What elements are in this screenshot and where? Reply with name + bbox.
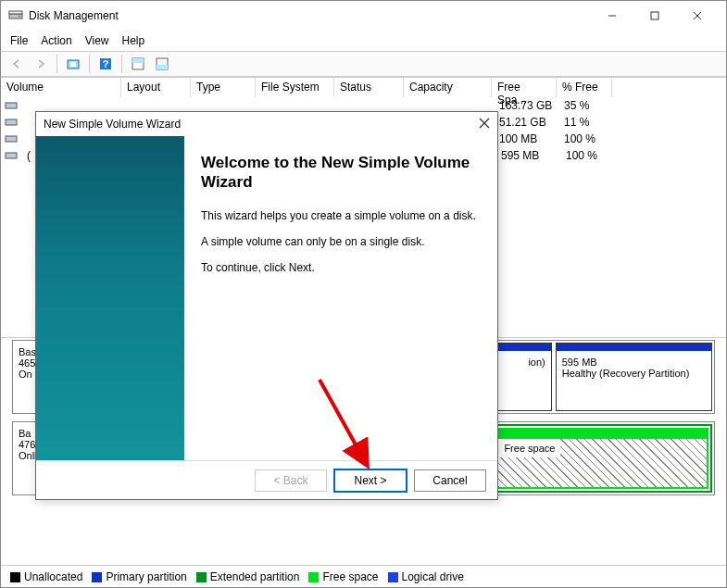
wizard-text-1: This wizard helps you create a simple vo… xyxy=(201,209,481,222)
col-volume[interactable]: Volume xyxy=(1,78,121,97)
menu-action[interactable]: Action xyxy=(41,34,71,47)
wizard-cancel-button[interactable]: Cancel xyxy=(414,469,486,492)
wizard-side-banner xyxy=(36,136,184,460)
toolbar-separator xyxy=(121,55,122,73)
legend-freespace: Free space xyxy=(308,570,378,583)
svg-rect-4 xyxy=(651,12,658,19)
col-pctfree[interactable]: % Free xyxy=(557,78,612,97)
drive-icon xyxy=(5,116,18,129)
svg-rect-12 xyxy=(132,58,144,63)
titlebar: Disk Management xyxy=(1,1,726,31)
col-status[interactable]: Status xyxy=(334,78,404,97)
app-icon xyxy=(8,8,23,23)
wizard-title: New Simple Volume Wizard xyxy=(44,118,479,131)
col-filesystem[interactable]: File System xyxy=(256,78,334,97)
volume-table-header: Volume Layout Type File System Status Ca… xyxy=(1,77,726,97)
toolbar-separator xyxy=(89,55,90,73)
view-top-button[interactable] xyxy=(128,54,148,74)
vol-free: 51.21 GB xyxy=(494,116,558,129)
close-button[interactable] xyxy=(676,2,719,30)
vol-free: 595 MB xyxy=(495,149,560,162)
vol-free: 163.73 GB xyxy=(494,99,558,112)
vol-pct: 100 % xyxy=(560,149,616,162)
forward-button[interactable] xyxy=(31,54,51,74)
toolbar-separator xyxy=(56,55,57,73)
wizard-close-button[interactable] xyxy=(479,118,490,131)
wizard-body: Welcome to the New Simple Volume Wizard … xyxy=(36,136,497,460)
new-simple-volume-wizard: New Simple Volume Wizard Welcome to the … xyxy=(35,111,498,500)
wizard-heading: Welcome to the New Simple Volume Wizard xyxy=(201,153,481,193)
annotation-arrow xyxy=(310,370,394,482)
drive-icon xyxy=(5,149,18,162)
menu-help[interactable]: Help xyxy=(122,34,145,47)
col-layout[interactable]: Layout xyxy=(121,78,191,97)
svg-rect-14 xyxy=(157,65,168,69)
refresh-button[interactable] xyxy=(63,54,83,74)
svg-rect-16 xyxy=(6,119,17,125)
drive-icon xyxy=(5,99,18,112)
svg-line-21 xyxy=(320,380,366,463)
svg-rect-15 xyxy=(6,103,17,108)
legend-extended: Extended partition xyxy=(196,570,300,583)
vol-free: 100 MB xyxy=(494,132,558,145)
free-space-region[interactable]: Free space xyxy=(496,428,708,489)
partition-header-freespace xyxy=(498,430,707,439)
wizard-titlebar: New Simple Volume Wizard xyxy=(36,112,497,136)
legend-logical: Logical drive xyxy=(388,570,464,583)
toolbar: ? xyxy=(1,51,726,77)
wizard-button-row: < Back Next > Cancel xyxy=(36,460,497,499)
svg-rect-18 xyxy=(6,153,17,158)
legend-primary: Primary partition xyxy=(92,570,186,583)
back-button[interactable] xyxy=(6,54,27,74)
svg-rect-1 xyxy=(9,11,22,14)
partition-recovery[interactable]: 595 MB Healthy (Recovery Partition) xyxy=(556,343,712,411)
wizard-text-2: A simple volume can only be on a single … xyxy=(201,235,481,248)
svg-text:?: ? xyxy=(103,58,109,69)
view-bottom-button[interactable] xyxy=(152,54,172,74)
col-freespace[interactable]: Free Spa... xyxy=(492,78,557,97)
minimize-button[interactable] xyxy=(591,2,633,30)
drive-icon xyxy=(5,132,18,145)
window-title: Disk Management xyxy=(29,9,591,22)
vol-pct: 35 % xyxy=(558,99,614,112)
col-type[interactable]: Type xyxy=(191,78,256,97)
menubar: File Action View Help xyxy=(1,31,726,51)
svg-rect-8 xyxy=(70,62,76,67)
legend: Unallocated Primary partition Extended p… xyxy=(1,565,726,587)
vol-pct: 11 % xyxy=(558,116,614,129)
legend-unallocated: Unallocated xyxy=(10,570,82,583)
help-button[interactable]: ? xyxy=(95,54,116,74)
maximize-button[interactable] xyxy=(633,2,676,30)
menu-view[interactable]: View xyxy=(85,34,109,47)
partition-header-primary xyxy=(557,344,711,351)
svg-rect-17 xyxy=(6,136,17,142)
wizard-text-3: To continue, click Next. xyxy=(201,261,481,274)
vol-pct: 100 % xyxy=(558,132,614,145)
col-capacity[interactable]: Capacity xyxy=(404,78,492,97)
window-buttons xyxy=(591,2,719,30)
menu-file[interactable]: File xyxy=(10,34,28,47)
svg-point-2 xyxy=(19,16,20,18)
